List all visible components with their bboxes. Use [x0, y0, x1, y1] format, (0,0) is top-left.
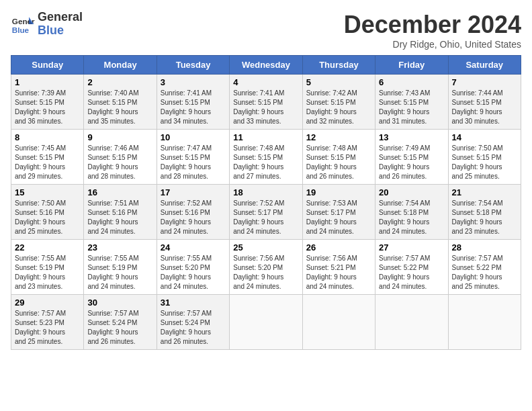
day-info: Sunrise: 7:41 AM Sunset: 5:15 PM Dayligh…	[161, 89, 226, 126]
calendar-week-4: 22Sunrise: 7:55 AM Sunset: 5:19 PM Dayli…	[11, 240, 521, 295]
logo-icon: General Blue	[11, 12, 35, 36]
day-info: Sunrise: 7:54 AM Sunset: 5:18 PM Dayligh…	[452, 199, 517, 236]
calendar-cell: 9Sunrise: 7:46 AM Sunset: 5:15 PM Daylig…	[84, 130, 157, 185]
day-number: 6	[379, 77, 444, 87]
calendar-week-2: 8Sunrise: 7:45 AM Sunset: 5:15 PM Daylig…	[11, 130, 521, 185]
calendar-cell: 12Sunrise: 7:48 AM Sunset: 5:15 PM Dayli…	[302, 130, 375, 185]
calendar-week-3: 15Sunrise: 7:50 AM Sunset: 5:16 PM Dayli…	[11, 185, 521, 240]
calendar-cell	[230, 295, 302, 350]
calendar-cell: 5Sunrise: 7:42 AM Sunset: 5:15 PM Daylig…	[302, 75, 375, 130]
weekday-header-saturday: Saturday	[448, 56, 521, 75]
day-info: Sunrise: 7:55 AM Sunset: 5:19 PM Dayligh…	[15, 254, 80, 291]
day-info: Sunrise: 7:49 AM Sunset: 5:15 PM Dayligh…	[379, 144, 444, 181]
day-number: 29	[15, 298, 80, 308]
day-number: 22	[15, 242, 80, 253]
day-number: 30	[87, 298, 152, 308]
day-number: 17	[161, 187, 226, 197]
day-info: Sunrise: 7:55 AM Sunset: 5:19 PM Dayligh…	[87, 254, 152, 291]
day-info: Sunrise: 7:50 AM Sunset: 5:16 PM Dayligh…	[15, 199, 80, 236]
calendar-title: December 2024	[344, 11, 521, 39]
weekday-header-friday: Friday	[375, 56, 448, 75]
calendar-cell: 11Sunrise: 7:48 AM Sunset: 5:15 PM Dayli…	[230, 130, 302, 185]
day-info: Sunrise: 7:40 AM Sunset: 5:15 PM Dayligh…	[87, 89, 152, 126]
calendar-cell: 10Sunrise: 7:47 AM Sunset: 5:15 PM Dayli…	[157, 130, 229, 185]
calendar-cell: 31Sunrise: 7:57 AM Sunset: 5:24 PM Dayli…	[157, 295, 229, 350]
day-number: 15	[15, 187, 80, 197]
title-area: December 2024 Dry Ridge, Ohio, United St…	[344, 11, 521, 50]
day-info: Sunrise: 7:56 AM Sunset: 5:21 PM Dayligh…	[306, 254, 371, 291]
calendar-cell: 23Sunrise: 7:55 AM Sunset: 5:19 PM Dayli…	[84, 240, 157, 295]
calendar-week-5: 29Sunrise: 7:57 AM Sunset: 5:23 PM Dayli…	[11, 295, 521, 350]
calendar-cell	[375, 295, 448, 350]
calendar-cell: 19Sunrise: 7:53 AM Sunset: 5:17 PM Dayli…	[302, 185, 375, 240]
weekday-header-wednesday: Wednesday	[230, 56, 302, 75]
day-number: 25	[233, 242, 298, 253]
day-number: 14	[452, 132, 517, 142]
day-info: Sunrise: 7:45 AM Sunset: 5:15 PM Dayligh…	[15, 144, 80, 181]
day-number: 16	[87, 187, 152, 197]
day-info: Sunrise: 7:55 AM Sunset: 5:20 PM Dayligh…	[161, 254, 226, 291]
day-number: 5	[306, 77, 371, 87]
calendar-cell	[302, 295, 375, 350]
calendar-cell: 2Sunrise: 7:40 AM Sunset: 5:15 PM Daylig…	[84, 75, 157, 130]
calendar-cell: 16Sunrise: 7:51 AM Sunset: 5:16 PM Dayli…	[84, 185, 157, 240]
header: General Blue General Blue December 2024 …	[11, 11, 521, 50]
day-info: Sunrise: 7:57 AM Sunset: 5:24 PM Dayligh…	[161, 309, 226, 347]
weekday-header-monday: Monday	[84, 56, 157, 75]
calendar-header: SundayMondayTuesdayWednesdayThursdayFrid…	[11, 56, 521, 75]
day-number: 7	[452, 77, 517, 87]
calendar-cell: 25Sunrise: 7:56 AM Sunset: 5:20 PM Dayli…	[230, 240, 302, 295]
day-info: Sunrise: 7:51 AM Sunset: 5:16 PM Dayligh…	[87, 199, 152, 236]
calendar-cell: 21Sunrise: 7:54 AM Sunset: 5:18 PM Dayli…	[448, 185, 521, 240]
day-number: 10	[161, 132, 226, 142]
day-number: 23	[87, 242, 152, 253]
calendar-cell: 13Sunrise: 7:49 AM Sunset: 5:15 PM Dayli…	[375, 130, 448, 185]
day-info: Sunrise: 7:44 AM Sunset: 5:15 PM Dayligh…	[452, 89, 517, 126]
day-info: Sunrise: 7:52 AM Sunset: 5:16 PM Dayligh…	[161, 199, 226, 236]
day-number: 26	[306, 242, 371, 253]
day-number: 28	[452, 242, 517, 253]
calendar-cell: 6Sunrise: 7:43 AM Sunset: 5:15 PM Daylig…	[375, 75, 448, 130]
day-info: Sunrise: 7:57 AM Sunset: 5:23 PM Dayligh…	[15, 309, 80, 347]
weekday-header-sunday: Sunday	[11, 56, 84, 75]
calendar-cell: 3Sunrise: 7:41 AM Sunset: 5:15 PM Daylig…	[157, 75, 229, 130]
calendar-cell: 29Sunrise: 7:57 AM Sunset: 5:23 PM Dayli…	[11, 295, 84, 350]
weekday-header-thursday: Thursday	[302, 56, 375, 75]
day-info: Sunrise: 7:54 AM Sunset: 5:18 PM Dayligh…	[379, 199, 444, 236]
calendar-body: 1Sunrise: 7:39 AM Sunset: 5:15 PM Daylig…	[11, 75, 521, 350]
day-number: 12	[306, 132, 371, 142]
calendar-cell: 24Sunrise: 7:55 AM Sunset: 5:20 PM Dayli…	[157, 240, 229, 295]
calendar-cell: 28Sunrise: 7:57 AM Sunset: 5:22 PM Dayli…	[448, 240, 521, 295]
day-number: 1	[15, 77, 80, 87]
day-info: Sunrise: 7:42 AM Sunset: 5:15 PM Dayligh…	[306, 89, 371, 126]
day-number: 18	[233, 187, 298, 197]
day-number: 27	[379, 242, 444, 253]
calendar-cell: 17Sunrise: 7:52 AM Sunset: 5:16 PM Dayli…	[157, 185, 229, 240]
calendar-cell: 15Sunrise: 7:50 AM Sunset: 5:16 PM Dayli…	[11, 185, 84, 240]
day-info: Sunrise: 7:50 AM Sunset: 5:15 PM Dayligh…	[452, 144, 517, 181]
calendar-cell	[448, 295, 521, 350]
calendar-cell: 14Sunrise: 7:50 AM Sunset: 5:15 PM Dayli…	[448, 130, 521, 185]
day-number: 9	[87, 132, 152, 142]
calendar-table: SundayMondayTuesdayWednesdayThursdayFrid…	[11, 55, 521, 350]
day-number: 13	[379, 132, 444, 142]
weekday-header-row: SundayMondayTuesdayWednesdayThursdayFrid…	[11, 56, 521, 75]
day-info: Sunrise: 7:57 AM Sunset: 5:22 PM Dayligh…	[379, 254, 444, 291]
day-number: 2	[87, 77, 152, 87]
logo: General Blue General Blue	[11, 11, 83, 38]
day-info: Sunrise: 7:41 AM Sunset: 5:15 PM Dayligh…	[233, 89, 298, 126]
calendar-cell: 7Sunrise: 7:44 AM Sunset: 5:15 PM Daylig…	[448, 75, 521, 130]
calendar-cell: 18Sunrise: 7:52 AM Sunset: 5:17 PM Dayli…	[230, 185, 302, 240]
day-number: 24	[161, 242, 226, 253]
calendar-cell: 30Sunrise: 7:57 AM Sunset: 5:24 PM Dayli…	[84, 295, 157, 350]
day-info: Sunrise: 7:57 AM Sunset: 5:24 PM Dayligh…	[87, 309, 152, 347]
svg-text:Blue: Blue	[12, 25, 30, 34]
day-number: 20	[379, 187, 444, 197]
calendar-cell: 1Sunrise: 7:39 AM Sunset: 5:15 PM Daylig…	[11, 75, 84, 130]
day-number: 11	[233, 132, 298, 142]
day-info: Sunrise: 7:46 AM Sunset: 5:15 PM Dayligh…	[87, 144, 152, 181]
day-number: 8	[15, 132, 80, 142]
calendar-cell: 27Sunrise: 7:57 AM Sunset: 5:22 PM Dayli…	[375, 240, 448, 295]
day-info: Sunrise: 7:52 AM Sunset: 5:17 PM Dayligh…	[233, 199, 298, 236]
day-number: 31	[161, 298, 226, 308]
